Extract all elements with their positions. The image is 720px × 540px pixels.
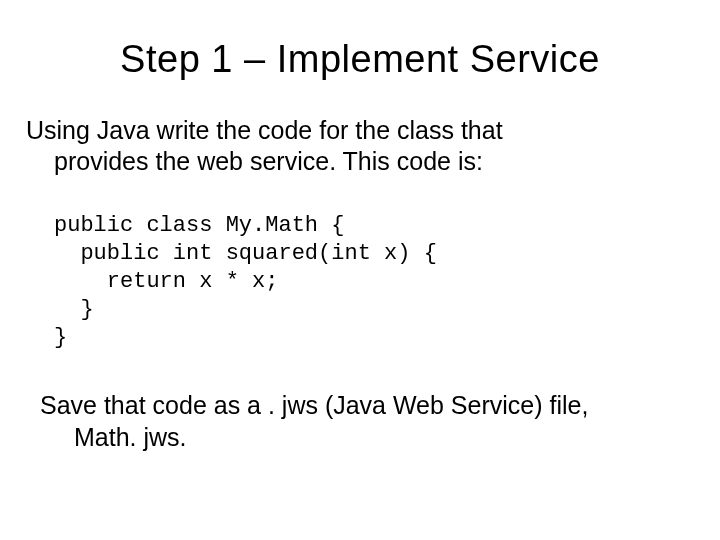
code-block: public class My.Math { public int square… (54, 212, 720, 353)
code-line-4: } (54, 297, 94, 322)
slide-title: Step 1 – Implement Service (0, 38, 720, 81)
code-line-5: } (54, 325, 67, 350)
slide: Step 1 – Implement Service Using Java wr… (0, 38, 720, 540)
save-line-1: Save that code as a . jws (Java Web Serv… (40, 391, 588, 419)
intro-paragraph: Using Java write the code for the class … (26, 115, 690, 178)
code-line-1: public class My.Math { (54, 213, 344, 238)
intro-line-1: Using Java write the code for the class … (26, 116, 503, 144)
save-line-2: Math. jws. (40, 422, 690, 453)
code-line-2: public int squared(int x) { (54, 241, 437, 266)
code-line-3: return x * x; (54, 269, 278, 294)
intro-line-2: provides the web service. This code is: (26, 146, 690, 177)
save-paragraph: Save that code as a . jws (Java Web Serv… (40, 390, 690, 453)
